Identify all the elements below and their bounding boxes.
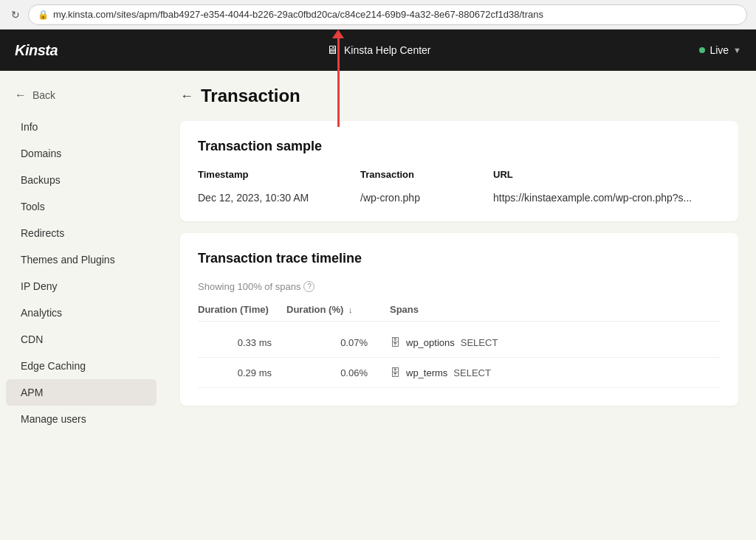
sidebar-item-manage-users[interactable]: Manage users bbox=[6, 406, 157, 432]
help-label: Kinsta Help Center bbox=[344, 44, 431, 56]
sidebar-item-domains[interactable]: Domains bbox=[6, 140, 157, 167]
sidebar-item-ip-deny[interactable]: IP Deny bbox=[6, 273, 157, 300]
back-arrow-icon: ← bbox=[15, 89, 27, 102]
trace-timeline-title: Transaction trace timeline bbox=[198, 251, 721, 266]
url-text: my.kinsta.com/sites/apm/fbab4927-e354-40… bbox=[53, 9, 543, 20]
sidebar: ← Back Info Domains Backups Tools Redire… bbox=[0, 71, 162, 540]
page-title: Transaction bbox=[201, 86, 300, 106]
sidebar-item-backups[interactable]: Backups bbox=[6, 167, 157, 193]
sidebar-item-redirects[interactable]: Redirects bbox=[6, 220, 157, 246]
main-area: ← Back Info Domains Backups Tools Redire… bbox=[0, 71, 756, 540]
row1-duration: 0.33 ms bbox=[198, 337, 286, 348]
status-chevron-icon: ▼ bbox=[733, 46, 741, 55]
logo: Kinsta bbox=[15, 42, 58, 59]
transaction-col-header: Transaction bbox=[360, 169, 493, 186]
refresh-button[interactable]: ↻ bbox=[9, 8, 22, 21]
database-icon: 🗄 bbox=[390, 367, 400, 378]
transaction-sample-title: Transaction sample bbox=[198, 139, 721, 154]
sidebar-item-info[interactable]: Info bbox=[6, 114, 157, 140]
row1-duration-pct: 0.07% bbox=[286, 337, 390, 348]
transaction-sample-card: Transaction sample Timestamp Transaction… bbox=[180, 121, 738, 221]
lock-icon: 🔒 bbox=[38, 10, 49, 20]
row1-span-name: wp_options bbox=[406, 337, 455, 348]
row2-spans: 🗄 wp_terms SELECT bbox=[390, 367, 721, 378]
timeline-table: Duration (Time) Duration (%) ↓ Spans 0.3… bbox=[198, 304, 721, 388]
duration-time-col-header: Duration (Time) bbox=[198, 304, 286, 315]
browser-chrome: ↻ 🔒 my.kinsta.com/sites/apm/fbab4927-e35… bbox=[0, 0, 756, 30]
sidebar-item-apm[interactable]: APM bbox=[6, 379, 157, 406]
row2-span-name: wp_terms bbox=[406, 367, 447, 378]
url-value: https://kinstaexample.com/wp-cron.php?s.… bbox=[493, 186, 721, 204]
sidebar-item-themes-plugins[interactable]: Themes and Plugins bbox=[6, 246, 157, 273]
address-bar[interactable]: 🔒 my.kinsta.com/sites/apm/fbab4927-e354-… bbox=[28, 4, 747, 25]
timestamp-col-header: Timestamp bbox=[198, 169, 360, 186]
status-label: Live bbox=[709, 44, 729, 56]
timestamp-value: Dec 12, 2023, 10:30 AM bbox=[198, 186, 360, 204]
row2-span-op: SELECT bbox=[453, 367, 491, 378]
sort-arrow-icon: ↓ bbox=[348, 305, 353, 314]
app-header: Kinsta 🖥 Kinsta Help Center Live ▼ bbox=[0, 30, 756, 71]
duration-pct-col-header[interactable]: Duration (%) ↓ bbox=[286, 304, 390, 315]
sidebar-item-tools[interactable]: Tools bbox=[6, 193, 157, 220]
row1-span-op: SELECT bbox=[461, 337, 498, 348]
live-status-dot bbox=[699, 47, 705, 53]
trace-timeline-card: Transaction trace timeline Showing 100% … bbox=[180, 233, 738, 406]
row1-spans: 🗄 wp_options SELECT bbox=[390, 336, 721, 348]
timeline-header: Duration (Time) Duration (%) ↓ Spans bbox=[198, 304, 721, 322]
back-label: Back bbox=[32, 89, 55, 101]
help-center-button[interactable]: 🖥 Kinsta Help Center bbox=[326, 44, 431, 57]
page-header: ← Transaction bbox=[180, 86, 738, 106]
content-area: ← Transaction Transaction sample Timesta… bbox=[162, 71, 756, 540]
table-row: 0.29 ms 0.06% 🗄 wp_terms SELECT bbox=[198, 358, 721, 388]
sidebar-item-edge-caching[interactable]: Edge Caching bbox=[6, 353, 157, 379]
sidebar-item-cdn[interactable]: CDN bbox=[6, 326, 157, 353]
showing-spans-text: Showing 100% of spans ? bbox=[198, 281, 721, 292]
help-tooltip-icon[interactable]: ? bbox=[303, 281, 315, 292]
transaction-value: /wp-cron.php bbox=[360, 186, 493, 204]
row2-duration-pct: 0.06% bbox=[286, 367, 390, 378]
spans-col-header: Spans bbox=[390, 304, 721, 315]
database-icon: 🗄 bbox=[390, 336, 400, 348]
help-icon: 🖥 bbox=[326, 44, 338, 57]
transaction-sample-table: Timestamp Transaction URL Dec 12, 2023, … bbox=[198, 169, 721, 204]
page-back-button[interactable]: ← bbox=[180, 89, 193, 104]
url-col-header: URL bbox=[493, 169, 721, 186]
app-container: Kinsta 🖥 Kinsta Help Center Live ▼ ← Bac… bbox=[0, 30, 756, 540]
sidebar-item-analytics[interactable]: Analytics bbox=[6, 300, 157, 326]
row2-duration: 0.29 ms bbox=[198, 367, 286, 378]
table-row: 0.33 ms 0.07% 🗄 wp_options SELECT bbox=[198, 328, 721, 358]
status-indicator[interactable]: Live ▼ bbox=[699, 44, 741, 56]
back-button[interactable]: ← Back bbox=[0, 83, 162, 108]
